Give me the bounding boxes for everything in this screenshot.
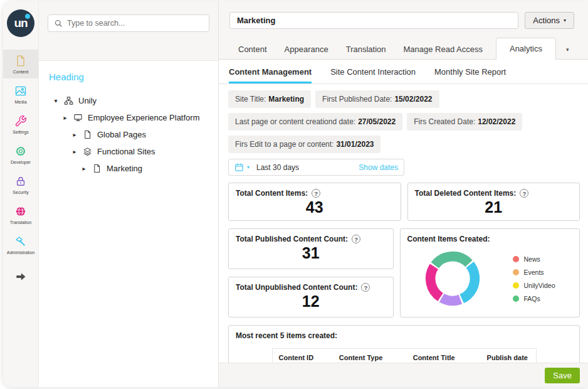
main-header: Actions ▾ Content Appearance Translation… [219,1,588,60]
col-content-type: Content Type [333,349,407,363]
chip-site-title: Site Title:Marketing [228,90,311,108]
donut-chart [420,246,485,311]
calendar-icon [234,163,244,172]
card-total-published-content-count: Total Published Content Count:? 31 [228,228,394,269]
tab-content[interactable]: Content [229,39,276,60]
expander-icon[interactable]: ▸ [62,114,68,121]
show-dates-link[interactable]: Show dates [359,163,398,172]
subtab-bar: Content Management Site Content Interact… [219,60,588,84]
tabs-overflow-chevron-icon[interactable]: ▾ [556,41,579,60]
content-tree: Heading ▾ Unily ▸ Employee Experience Pl… [39,61,218,177]
tree-node-label: Unily [78,96,97,105]
card-total-unpublished-content-count: Total Unpublished Content Count:? 12 [228,277,394,317]
tab-analytics[interactable]: Analytics [496,38,556,60]
page-icon [92,164,102,173]
sidebar-collapse-button[interactable] [3,265,38,287]
layers-icon [83,147,92,156]
chevron-down-icon: ▾ [247,164,249,170]
tree-node-label: Marketing [107,164,142,173]
sidebar-item-settings[interactable]: Settings [3,110,38,139]
logo-dot-icon [25,14,30,19]
subtab-content-management[interactable]: Content Management [229,60,312,83]
tree-node-functional-sites[interactable]: ▸ Functional Sites [49,143,218,160]
stat-value: 43 [236,198,394,216]
col-publish-date: Publish date [481,349,536,363]
tree-node-marketing[interactable]: ▸ Marketing [49,160,218,177]
stat-value: 21 [415,198,573,216]
search-input[interactable] [67,19,203,28]
donut-chart-title: Content Items Created: [407,235,490,243]
help-icon[interactable]: ? [361,283,370,292]
tree-node-label: Functional Sites [97,147,155,156]
unily-logo[interactable]: un [7,9,34,37]
sidebar-item-label: Translation [10,220,31,225]
analytics-content: Content Management Site Content Interact… [219,60,588,363]
sidebar-item-label: Security [13,190,28,194]
media-icon [14,85,27,97]
legend-dot [513,256,519,262]
site-title-input[interactable] [229,12,518,29]
sidebar-item-translation[interactable]: Translation [3,200,38,229]
card-content-items-created: Content Items Created: News Events Unily… [400,228,580,317]
sidebar-item-media[interactable]: Media [3,80,38,109]
col-content-id: Content ID [272,349,333,363]
date-range-picker[interactable]: ▾ Last 30 days Show dates [228,159,404,176]
subtab-monthly-site-report[interactable]: Monthly Site Report [434,60,506,83]
page-icon [14,55,27,67]
chip-last-creation-date: Last page or content creationd date:27/0… [228,113,402,131]
site-info-chips: Site Title:Marketing First Published Dat… [219,84,588,153]
card-most-recent-items: Most recent 5 items created: Content ID … [228,325,580,363]
legend-item-unilyvideo: UnilyVideo [513,282,555,289]
tree-heading: Heading [49,72,218,82]
sidebar-item-administration[interactable]: Administration [3,230,38,259]
help-icon[interactable]: ? [312,189,320,198]
legend-item-faqs: FAQs [513,295,555,302]
stats-cards: Total Content Items:? 43 Total Deleted C… [219,176,588,363]
col-content-title: Content Title [407,349,481,363]
search-section [39,1,218,61]
subtab-site-content-interaction[interactable]: Site Content Interaction [330,60,416,83]
tree-node-label: Global Pages [97,130,146,139]
save-button[interactable]: Save [545,368,580,383]
sitemap-icon [64,96,73,105]
recent-items-table: Content ID Content Type Content Title Pu… [272,348,537,363]
actions-button[interactable]: Actions ▾ [525,12,574,29]
expander-icon[interactable]: ▸ [71,131,78,138]
expander-icon[interactable]: ▸ [81,165,87,172]
date-range-label: Last 30 days [256,163,355,172]
monitor-icon [73,113,83,122]
sidebar-item-developer[interactable]: Developer [3,140,38,169]
hammer-icon [14,235,27,248]
tab-translation[interactable]: Translation [337,39,395,60]
main-panel: Actions ▾ Content Appearance Translation… [219,1,588,387]
tree-node-label: Employee Experience Platform [88,113,199,122]
footer-bar: Save [219,363,588,387]
recent-items-title: Most recent 5 items created: [236,331,337,340]
sidebar-item-security[interactable]: Security [3,170,38,199]
legend-item-events: Events [513,269,555,276]
tree-node-unily[interactable]: ▾ Unily [49,92,218,109]
globe-icon [14,205,27,218]
help-icon[interactable]: ? [520,189,528,198]
sidebar-item-label: Content [13,70,29,74]
tab-manage-read-access[interactable]: Manage Read Access [395,39,491,60]
legend-dot [513,282,519,289]
expander-icon[interactable]: ▾ [53,97,59,104]
chart-legend: News Events UnilyVideo FAQs [513,255,555,302]
tab-appearance[interactable]: Appearance [276,39,337,60]
sidebar-item-content[interactable]: Content [3,50,38,78]
chip-first-edit-date: Firs Edit to a page or content:31/01/202… [228,136,381,153]
legend-dot [513,269,519,275]
tree-node-employee-experience-platform[interactable]: ▸ Employee Experience Platform [49,109,218,126]
card-total-deleted-content-items: Total Deleted Content Items:? 21 [407,183,580,221]
stat-value: 31 [236,244,386,262]
help-icon[interactable]: ? [352,235,360,243]
tree-node-global-pages[interactable]: ▸ Global Pages [49,126,218,143]
expander-icon[interactable]: ▸ [71,148,78,155]
search-box [48,14,209,32]
page-icon [83,130,92,139]
legend-dot [513,296,519,302]
card-total-content-items: Total Content Items:? 43 [228,183,401,221]
table-header-row: Content ID Content Type Content Title Pu… [272,349,536,363]
wrench-icon [14,115,27,127]
